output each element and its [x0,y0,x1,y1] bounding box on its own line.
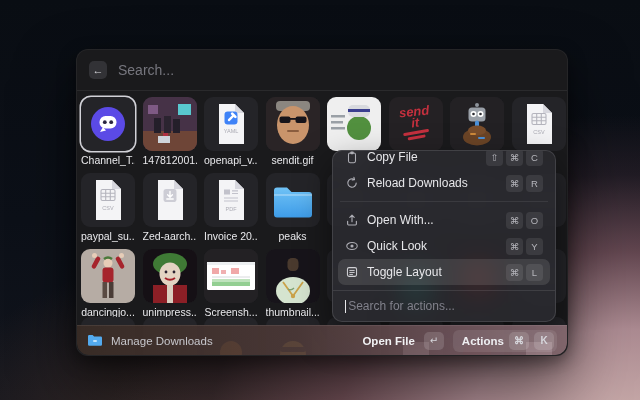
search-input[interactable]: Search... [118,62,174,78]
search-bar: ← Search... [77,50,567,91]
menu-item-label: Open With... [367,213,498,227]
command-key-icon: ⌘ [506,238,523,255]
return-key-icon: ↵ [424,332,444,350]
file-item-invoice-pdf[interactable]: PDF Invoice 20... [204,173,258,243]
file-item-channel[interactable]: Channel_T... [81,97,135,167]
sendit-text-art: send it [399,105,433,140]
csv-file-icon: CSV [81,173,135,227]
file-item-paypal-csv[interactable]: CSV paypal_su... [81,173,135,243]
text-cursor [345,300,346,313]
menu-item-quick-look[interactable]: Quick Look ⌘ Y [338,233,550,259]
actions-search-input[interactable]: Search for actions... [333,290,555,321]
file-label: peaks [266,230,320,242]
csv-file-icon: CSV [512,97,566,151]
o-key-icon: O [526,212,543,229]
app-icon-thumbnail [81,97,135,151]
svg-text:CSV: CSV [102,205,114,211]
layout-icon [345,265,359,279]
menu-item-reload-downloads[interactable]: Reload Downloads ⌘ R [338,170,550,196]
image-thumbnail [143,97,197,151]
file-item-joker-face[interactable]: unimpress... [143,249,197,319]
gif-thumbnail [81,249,135,303]
file-item-screenshot[interactable]: Screensh... [204,249,258,319]
menu-item-open-with[interactable]: Open With... ⌘ O [338,207,550,233]
command-key-icon: ⌘ [509,332,529,350]
actions-button[interactable]: Actions ⌘ K [453,330,557,352]
image-thumbnail [266,249,320,303]
menu-item-toggle-layout[interactable]: Toggle Layout ⌘ L [338,259,550,285]
y-key-icon: Y [526,238,543,255]
file-item-zed-dmg[interactable]: Zed-aarch... [143,173,197,243]
actions-search-placeholder: Search for actions... [348,299,455,313]
actions-menu-list: Copy File ⇧ ⌘ C Reload Downloads ⌘ R [333,150,555,290]
screenshot-thumbnail [204,249,258,303]
menu-item-label: Reload Downloads [367,176,498,190]
file-item-sendit-gif[interactable]: sendit.gif [266,97,320,167]
file-label: Channel_T... [81,154,135,166]
file-label: Invoice 20... [204,230,258,242]
image-thumbnail: send it [389,97,443,151]
file-item-image[interactable]: 147812001... [143,97,197,167]
extension-info: Manage Downloads [87,334,213,347]
file-label: openapi_v... [204,154,258,166]
file-label: sendit.gif [266,154,320,166]
file-item-thumbnail-person[interactable]: thumbnail... [266,249,320,319]
folder-icon [266,173,320,227]
menu-divider [340,201,548,202]
actions-menu: Copy File ⇧ ⌘ C Reload Downloads ⌘ R [332,150,556,322]
svg-text:PDF: PDF [226,206,238,212]
svg-text:CSV: CSV [533,129,545,135]
k-key-icon: K [534,332,554,350]
extension-name: Manage Downloads [111,335,213,347]
status-bar: Manage Downloads Open File ↵ Actions ⌘ K [77,325,567,355]
eye-icon [345,239,359,253]
yaml-file-icon: YAML [204,97,258,151]
file-label: Zed-aarch... [143,230,197,242]
pdf-file-icon: PDF [204,173,258,227]
dmg-file-icon [143,173,197,227]
file-item-yaml[interactable]: YAML openapi_v... [204,97,258,167]
command-key-icon: ⌘ [506,212,523,229]
shift-key-icon: ⇧ [486,150,503,166]
gif-thumbnail [327,97,381,151]
gif-thumbnail [143,249,197,303]
file-item-dancing-joker[interactable]: dancingjo... [81,249,135,319]
actions-label: Actions [462,335,504,347]
open-file-action[interactable]: Open File [362,335,414,347]
folder-icon [87,334,103,347]
image-thumbnail [450,97,504,151]
file-label: 147812001... [143,154,197,166]
menu-item-label: Toggle Layout [367,265,498,279]
file-item-peaks-folder[interactable]: peaks [266,173,320,243]
r-key-icon: R [526,175,543,192]
menu-item-copy-file[interactable]: Copy File ⇧ ⌘ C [338,150,550,170]
back-button[interactable]: ← [89,61,107,79]
command-key-icon: ⌘ [506,175,523,192]
reload-icon [345,176,359,190]
arrow-left-icon: ← [93,64,104,76]
desktop: ← Search... Channel_T... [0,0,640,400]
open-with-icon [345,213,359,227]
menu-item-label: Quick Look [367,239,498,253]
copy-icon [345,150,359,164]
svg-text:YAML: YAML [224,128,239,134]
menu-item-label: Copy File [367,150,478,164]
file-label: paypal_su... [81,230,135,242]
command-key-icon: ⌘ [506,264,523,281]
l-key-icon: L [526,264,543,281]
c-key-icon: C [526,150,543,166]
gif-thumbnail [266,97,320,151]
command-key-icon: ⌘ [506,150,523,166]
